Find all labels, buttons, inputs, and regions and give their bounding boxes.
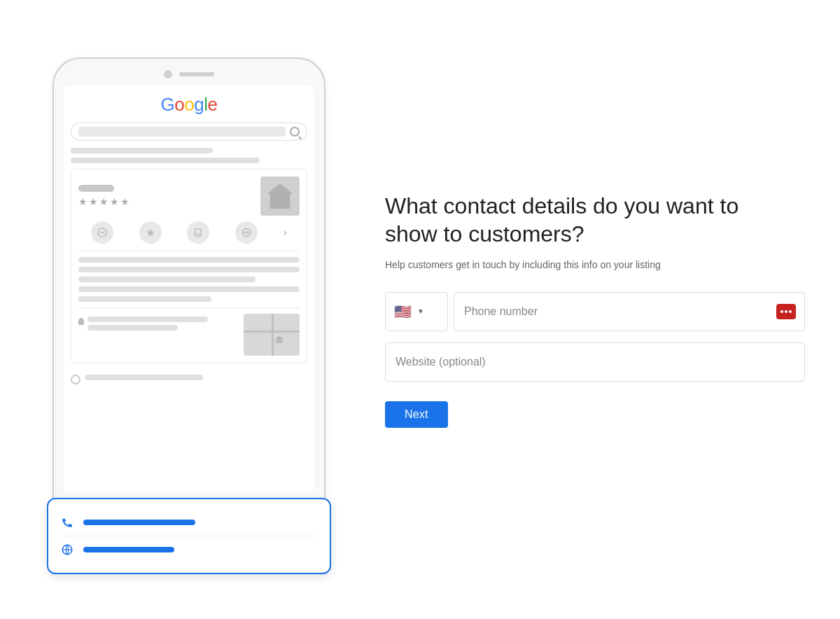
phone-placeholder: Phone number [464, 305, 538, 318]
phone-input-group: 🇺🇸 ▼ Phone number [385, 292, 805, 331]
form-title: What contact details do you want to show… [385, 192, 763, 248]
phone-speaker [179, 72, 214, 76]
google-logo: Google [71, 94, 307, 116]
phone-row [59, 509, 318, 536]
biz-card: ★ ★ ★ ★ ★ [71, 169, 307, 363]
website-field[interactable]: Website (optional) [385, 342, 805, 382]
biz-image [260, 176, 300, 216]
website-placeholder: Website (optional) [396, 356, 486, 368]
website-value-line [83, 547, 174, 552]
phone-value-line [83, 520, 195, 525]
chevron-right-icon: › [283, 221, 286, 244]
country-flag: 🇺🇸 [394, 305, 412, 319]
bottom-contact-card [47, 498, 331, 574]
country-selector[interactable]: 🇺🇸 ▼ [385, 292, 448, 331]
svg-marker-2 [146, 228, 155, 237]
phone-camera [164, 70, 172, 78]
phone-notch [64, 70, 314, 78]
search-bar [71, 123, 307, 141]
form-panel: What contact details do you want to show… [385, 178, 805, 442]
phone-error-icon [776, 304, 796, 319]
phone-icon [59, 515, 75, 530]
globe-icon [59, 542, 75, 557]
review-section [78, 251, 300, 302]
map-section [78, 307, 300, 356]
phone-screen: Google [64, 85, 314, 492]
phone-field[interactable]: Phone number [454, 292, 805, 331]
result-lines [71, 148, 307, 163]
form-subtitle: Help customers get in touch by including… [385, 258, 805, 272]
website-row [59, 536, 318, 563]
phone-mockup: Google [35, 57, 343, 562]
dropdown-arrow-icon: ▼ [417, 307, 424, 315]
action-icons: › [78, 221, 300, 244]
next-button[interactable]: Next [385, 401, 448, 428]
svg-rect-3 [195, 229, 201, 236]
